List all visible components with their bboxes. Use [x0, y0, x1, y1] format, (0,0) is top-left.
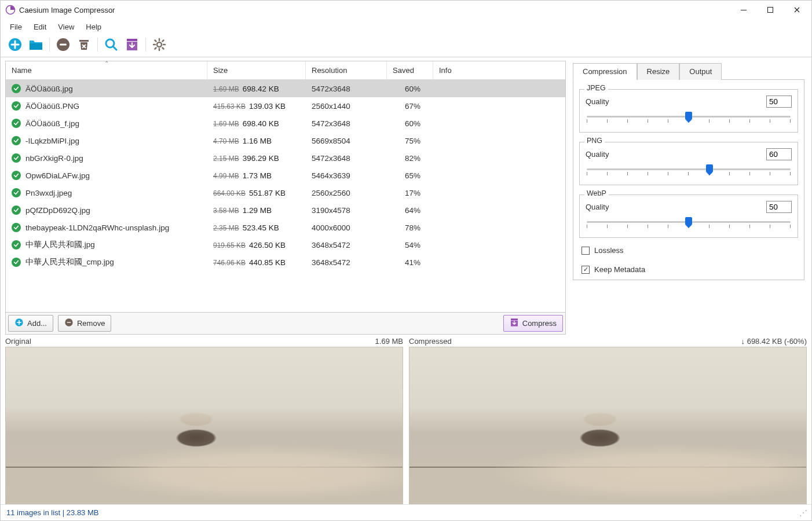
- webp-quality-label: Quality: [586, 203, 609, 211]
- file-name: Pn3wxdj.jpeg: [25, 189, 72, 197]
- toolbar-separator: [49, 38, 50, 52]
- table-header: ⌃ Name Size Resolution Saved Info: [6, 61, 565, 80]
- maximize-button[interactable]: [757, 1, 784, 19]
- file-name: Opw6DiaLAFw.jpg: [25, 171, 90, 180]
- table-row[interactable]: nbGrXkigR-0.jpg 2.15 MB 396.29 KB 5472x3…: [6, 149, 565, 167]
- file-name: ÄÖÜäöüß.jpg: [25, 85, 73, 93]
- file-name: nbGrXkigR-0.jpg: [25, 154, 83, 163]
- settings-tabs: Compression Resize Output: [573, 63, 804, 80]
- webp-quality-input[interactable]: [766, 201, 792, 213]
- table-row[interactable]: thebaypeak-1LDN2qaRWhc-unsplash.jpg 2.35…: [6, 219, 565, 236]
- file-table: ⌃ Name Size Resolution Saved Info ÄÖÜäöü…: [5, 61, 566, 313]
- app-logo-icon: [5, 5, 16, 15]
- table-row[interactable]: ÄÖÜäöüß.jpg 1.69 MB 698.42 KB 5472x3648 …: [6, 80, 565, 97]
- menu-file[interactable]: File: [4, 21, 28, 33]
- file-name: thebaypeak-1LDN2qaRWhc-unsplash.jpg: [25, 223, 169, 232]
- tab-output[interactable]: Output: [679, 63, 722, 80]
- column-size[interactable]: Size: [207, 61, 306, 79]
- original-size: 664.00 KB: [213, 189, 246, 197]
- status-ok-icon: [12, 101, 21, 111]
- close-button[interactable]: [784, 1, 810, 19]
- add-button-label: Add...: [27, 319, 47, 328]
- new-size: 1.16 MB: [243, 137, 272, 145]
- remove-button-label: Remove: [77, 319, 105, 328]
- remove-button[interactable]: Remove: [58, 315, 111, 332]
- column-resolution[interactable]: Resolution: [306, 61, 387, 79]
- jpeg-quality-label: Quality: [586, 97, 609, 106]
- saved-percent: 17%: [387, 189, 433, 197]
- preview-compressed-size: ↓ 698.42 KB (-60%): [741, 337, 807, 346]
- compress-button[interactable]: Compress: [503, 315, 563, 332]
- minimize-button[interactable]: [730, 1, 757, 19]
- new-size: 523.45 KB: [243, 223, 279, 232]
- preview-original-size: 1.69 MB: [375, 337, 403, 346]
- saved-percent: 41%: [387, 258, 433, 267]
- resize-grip-icon[interactable]: ⋰: [799, 508, 806, 518]
- table-row[interactable]: pQfZDpD692Q.jpg 3.58 MB 1.29 MB 3190x457…: [6, 201, 565, 219]
- status-ok-icon: [12, 153, 21, 163]
- saved-percent: 78%: [387, 223, 433, 232]
- compress-icon[interactable]: [123, 36, 141, 53]
- settings-icon[interactable]: [151, 36, 168, 53]
- table-row[interactable]: Opw6DiaLAFw.jpg 4.99 MB 1.73 MB 5464x363…: [6, 167, 565, 184]
- svg-rect-6: [60, 43, 67, 45]
- original-size: 1.69 MB: [213, 85, 239, 93]
- jpeg-quality-input[interactable]: [766, 96, 792, 108]
- jpeg-group: JPEG Quality: [579, 89, 798, 133]
- column-name[interactable]: ⌃ Name: [6, 61, 207, 79]
- column-info[interactable]: Info: [433, 61, 565, 79]
- preview-compressed-image[interactable]: [409, 347, 807, 504]
- remove-icon[interactable]: [54, 36, 72, 53]
- table-row[interactable]: ÄÖÜäöüß_f.jpg 1.69 MB 698.40 KB 5472x364…: [6, 115, 565, 132]
- png-quality-slider[interactable]: [586, 165, 792, 179]
- keep-metadata-checkbox[interactable]: ✓ Keep Metadata: [579, 263, 798, 276]
- statusbar: 11 images in list | 23.83 MB ⋰: [1, 504, 811, 520]
- new-size: 698.40 KB: [243, 119, 279, 128]
- resolution: 5472x3648: [306, 119, 387, 128]
- saved-percent: 60%: [387, 85, 433, 93]
- minus-icon: [64, 318, 74, 329]
- table-row[interactable]: -ILqkzbMiPI.jpg 4.70 MB 1.16 MB 5669x850…: [6, 132, 565, 149]
- table-row[interactable]: ÄÖÜäöüß.PNG 415.63 KB 139.03 KB 2560x144…: [6, 97, 565, 115]
- add-folder-icon[interactable]: [27, 36, 45, 53]
- preview-icon[interactable]: [103, 36, 120, 53]
- saved-percent: 64%: [387, 206, 433, 215]
- webp-group: WebP Quality: [579, 195, 798, 238]
- new-size: 440.85 KB: [249, 258, 286, 267]
- menu-help[interactable]: Help: [80, 21, 107, 33]
- column-saved[interactable]: Saved: [387, 61, 433, 79]
- preview-original-image[interactable]: [5, 347, 403, 504]
- toolbar-separator: [97, 38, 98, 52]
- original-size: 4.99 MB: [213, 172, 239, 180]
- lossless-checkbox[interactable]: Lossless: [579, 244, 798, 257]
- column-name-label: Name: [12, 66, 32, 75]
- webp-quality-slider[interactable]: [586, 218, 792, 232]
- add-files-icon[interactable]: [6, 36, 24, 53]
- new-size: 1.29 MB: [243, 206, 272, 215]
- file-name: 中華人民共和國_cmp.jpg: [25, 257, 114, 267]
- menu-view[interactable]: View: [52, 21, 80, 33]
- lossless-label: Lossless: [594, 246, 624, 255]
- svg-rect-14: [511, 318, 518, 320]
- preview-compressed-label: Compressed: [409, 337, 452, 346]
- file-name: -ILqkzbMiPI.jpg: [25, 137, 79, 145]
- jpeg-quality-slider[interactable]: [586, 112, 792, 126]
- new-size: 396.29 KB: [243, 154, 279, 163]
- preview-area: Original 1.69 MB Compressed ↓ 698.42 KB …: [1, 335, 811, 504]
- png-quality-input[interactable]: [766, 148, 792, 160]
- clear-list-icon[interactable]: [75, 36, 93, 53]
- saved-percent: 65%: [387, 171, 433, 180]
- table-row[interactable]: 中華人民共和國.jpg 919.65 KB 426.50 KB 3648x547…: [6, 236, 565, 254]
- menu-edit[interactable]: Edit: [28, 21, 52, 33]
- preview-original-label: Original: [5, 337, 31, 346]
- resolution: 5669x8504: [306, 137, 387, 145]
- add-button[interactable]: Add...: [8, 315, 53, 332]
- new-size: 426.50 KB: [249, 241, 286, 250]
- table-row[interactable]: 中華人民共和國_cmp.jpg 746.96 KB 440.85 KB 3648…: [6, 254, 565, 271]
- tab-resize[interactable]: Resize: [637, 63, 680, 80]
- table-row[interactable]: Pn3wxdj.jpeg 664.00 KB 551.87 KB 2560x25…: [6, 184, 565, 201]
- saved-percent: 82%: [387, 154, 433, 163]
- tab-compression[interactable]: Compression: [573, 63, 637, 80]
- original-size: 3.58 MB: [213, 207, 239, 215]
- original-size: 415.63 KB: [213, 102, 246, 111]
